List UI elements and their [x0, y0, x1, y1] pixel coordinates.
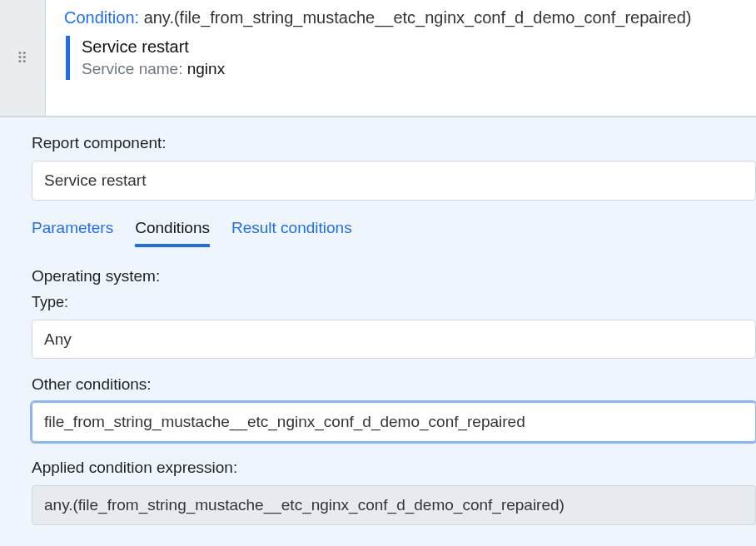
type-label: Type:: [32, 294, 756, 311]
type-select[interactable]: Any: [32, 320, 756, 359]
grip-icon: ⠿: [17, 51, 29, 66]
tab-result-conditions[interactable]: Result conditions: [231, 219, 352, 247]
service-card-title: Service restart: [82, 37, 756, 57]
tab-parameters[interactable]: Parameters: [32, 219, 113, 247]
summary-block: ⠿ Condition: any.(file_from_string_musta…: [0, 0, 756, 117]
other-conditions-input[interactable]: [32, 402, 756, 442]
other-conditions-field: Other conditions:: [32, 375, 756, 442]
applied-expression-label: Applied condition expression:: [32, 459, 756, 477]
summary-content: Condition: any.(file_from_string_mustach…: [46, 0, 756, 116]
tabs: Parameters Conditions Result conditions: [32, 219, 756, 247]
applied-expression-field: Applied condition expression: any.(file_…: [32, 459, 756, 525]
condition-label: Condition:: [64, 8, 139, 27]
os-label: Operating system:: [32, 267, 756, 285]
drag-handle[interactable]: ⠿: [0, 0, 46, 116]
form-area: Report component: Parameters Conditions …: [0, 117, 756, 546]
condition-line: Condition: any.(file_from_string_mustach…: [64, 8, 756, 27]
other-conditions-label: Other conditions:: [32, 375, 756, 394]
report-component-label: Report component:: [32, 134, 756, 152]
tab-conditions[interactable]: Conditions: [135, 219, 210, 247]
service-card: Service restart Service name: nginx: [66, 36, 756, 80]
applied-expression-value: any.(file_from_string_mustache__etc_ngin…: [32, 485, 756, 525]
service-name-label: Service name:: [82, 60, 182, 77]
condition-value: any.(file_from_string_mustache__etc_ngin…: [144, 8, 692, 27]
service-card-sub: Service name: nginx: [82, 60, 756, 78]
operating-system-section: Operating system: Type: Any: [32, 267, 756, 359]
service-name-value: nginx: [187, 60, 225, 77]
report-component-input[interactable]: [32, 161, 756, 201]
report-component-field: Report component:: [32, 134, 756, 201]
